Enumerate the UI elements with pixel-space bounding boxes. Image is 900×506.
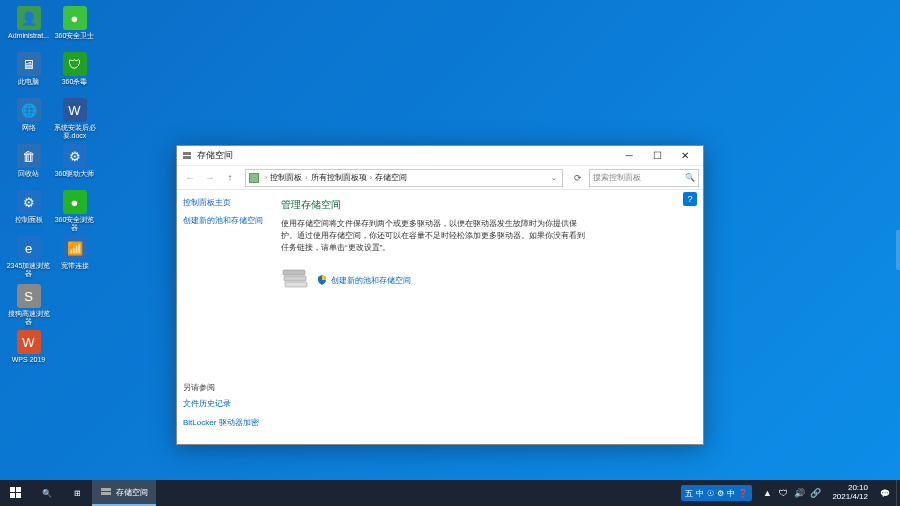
main-content: 管理存储空间 使用存储空间将文件保存到两个或更多驱动器，以便在驱动器发生故障时为… <box>269 190 703 444</box>
svg-rect-6 <box>285 282 307 287</box>
minimize-button[interactable]: ─ <box>615 147 643 165</box>
desktop-icon[interactable]: ⚙控制面板 <box>6 190 51 232</box>
app-icon: S <box>17 284 41 308</box>
tray-icon[interactable]: 🔗 <box>808 486 822 500</box>
date-text: 2021/4/12 <box>832 493 868 502</box>
desktop-icon[interactable]: 🖥此电脑 <box>6 52 51 94</box>
notifications-button[interactable]: 💬 <box>874 480 896 506</box>
app-icon: ● <box>63 190 87 214</box>
desktop-icon[interactable]: 🌐网络 <box>6 98 51 140</box>
search-input[interactable]: 搜索控制面板 🔍 <box>589 169 699 187</box>
desktop-icon[interactable]: 🛡360杀毒 <box>52 52 97 94</box>
action-row: 创建新的池和存储空间 <box>281 268 691 292</box>
breadcrumb-item[interactable]: 所有控制面板项 <box>311 172 367 183</box>
icon-label: Administrat... <box>8 32 49 40</box>
forward-button[interactable]: → <box>201 169 219 187</box>
tray-icon[interactable]: 🛡 <box>776 486 790 500</box>
navigation-bar: ← → ↑ › 控制面板 › 所有控制面板项 › 存储空间 ⌄ ⟳ 搜索控制面板… <box>177 166 703 190</box>
breadcrumb-item[interactable]: 存储空间 <box>375 172 407 183</box>
icon-label: 2345加速浏览器 <box>7 262 51 277</box>
close-button[interactable]: ✕ <box>671 147 699 165</box>
breadcrumb-dropdown[interactable]: ⌄ <box>548 174 560 182</box>
create-pool-link[interactable]: 创建新的池和存储空间 <box>183 216 263 226</box>
icon-label: 网络 <box>22 124 36 132</box>
ime-item[interactable]: ❓ <box>737 489 749 498</box>
ime-item[interactable]: ⚙ <box>716 489 725 498</box>
app-icon: 👤 <box>17 6 41 30</box>
storage-spaces-icon <box>181 150 193 162</box>
desktop-icon[interactable]: e2345加速浏览器 <box>6 236 51 278</box>
icon-label: WPS 2019 <box>12 356 45 364</box>
system-tray: ▲🛡🔊🔗 <box>756 486 826 500</box>
svg-rect-5 <box>284 276 306 281</box>
control-panel-window: 存储空间 ─ ☐ ✕ ← → ↑ › 控制面板 › 所有控制面板项 › 存储空间… <box>176 145 704 445</box>
icon-label: 搜狗高速浏览器 <box>7 310 51 325</box>
svg-rect-10 <box>16 493 21 498</box>
app-icon: W <box>17 330 41 354</box>
breadcrumb[interactable]: › 控制面板 › 所有控制面板项 › 存储空间 ⌄ <box>245 169 563 187</box>
bitlocker-link[interactable]: BitLocker 驱动器加密 <box>183 418 263 428</box>
svg-rect-8 <box>16 487 21 492</box>
show-desktop-button[interactable] <box>896 480 900 506</box>
svg-rect-4 <box>283 270 305 275</box>
file-history-link[interactable]: 文件历史记录 <box>183 399 263 409</box>
description-text: 使用存储空间将文件保存到两个或更多驱动器，以便在驱动器发生故障时为你提供保护。通… <box>281 218 591 254</box>
breadcrumb-item[interactable]: 控制面板 <box>270 172 302 183</box>
control-panel-home-link[interactable]: 控制面板主页 <box>183 198 263 208</box>
icon-label: 此电脑 <box>18 78 39 86</box>
see-also-heading: 另请参阅 <box>183 382 263 393</box>
ime-item[interactable]: ☉ <box>706 489 715 498</box>
desktop-icon[interactable]: S搜狗高速浏览器 <box>6 284 51 326</box>
svg-rect-7 <box>10 487 15 492</box>
desktop-icon[interactable]: WWPS 2019 <box>6 330 51 372</box>
icon-label: 控制面板 <box>15 216 43 224</box>
desktop-icon[interactable]: ●360安全卫士 <box>52 6 97 48</box>
right-edge-tab[interactable] <box>896 230 900 270</box>
clock[interactable]: 20:10 2021/4/12 <box>826 484 874 502</box>
desktop-icon[interactable]: ⚙360驱动大师 <box>52 144 97 186</box>
task-view-button[interactable]: ⊞ <box>62 480 92 506</box>
back-button[interactable]: ← <box>181 169 199 187</box>
uac-shield-icon <box>317 275 327 285</box>
ime-item[interactable]: 五 <box>684 488 694 499</box>
desktop-icon[interactable]: W系统安装后必要.docx <box>52 98 97 140</box>
desktop-icon[interactable]: ●360安全浏览器 <box>52 190 97 232</box>
control-panel-icon <box>248 172 260 184</box>
svg-rect-11 <box>101 488 111 491</box>
app-icon: e <box>17 236 41 260</box>
icon-label: 系统安装后必要.docx <box>53 124 97 139</box>
icon-label: 360安全浏览器 <box>53 216 97 231</box>
svg-rect-3 <box>250 174 258 182</box>
app-icon: ● <box>63 6 87 30</box>
search-placeholder: 搜索控制面板 <box>593 172 641 183</box>
up-button[interactable]: ↑ <box>221 169 239 187</box>
taskbar-app-storage-spaces[interactable]: 存储空间 <box>92 480 156 506</box>
app-icon: 🖥 <box>17 52 41 76</box>
icon-label: 360杀毒 <box>62 78 88 86</box>
maximize-button[interactable]: ☐ <box>643 147 671 165</box>
start-button[interactable] <box>0 480 32 506</box>
svg-rect-1 <box>183 156 191 159</box>
desktop-icon[interactable]: 👤Administrat... <box>6 6 51 48</box>
desktop-icon[interactable]: 📶宽带连接 <box>52 236 97 278</box>
ime-toolbar[interactable]: 五中☉⚙中❓ <box>681 485 752 501</box>
ime-item[interactable]: 中 <box>726 488 736 499</box>
search-button[interactable]: 🔍 <box>32 480 62 506</box>
icon-label: 360安全卫士 <box>55 32 95 40</box>
search-icon: 🔍 <box>685 173 695 182</box>
icon-label: 360驱动大师 <box>55 170 95 178</box>
desktop-icon[interactable]: 🗑回收站 <box>6 144 51 186</box>
icon-label: 回收站 <box>18 170 39 178</box>
tray-icon[interactable]: ▲ <box>760 486 774 500</box>
create-new-pool-action[interactable]: 创建新的池和存储空间 <box>317 275 411 286</box>
ime-item[interactable]: 中 <box>695 488 705 499</box>
svg-rect-9 <box>10 493 15 498</box>
window-body: 控制面板主页 创建新的池和存储空间 另请参阅 文件历史记录 BitLocker … <box>177 190 703 444</box>
help-button[interactable]: ? <box>683 192 697 206</box>
app-icon: 🗑 <box>17 144 41 168</box>
titlebar: 存储空间 ─ ☐ ✕ <box>177 146 703 166</box>
svg-rect-12 <box>101 492 111 495</box>
tray-icon[interactable]: 🔊 <box>792 486 806 500</box>
refresh-button[interactable]: ⟳ <box>569 169 587 187</box>
app-icon: W <box>63 98 87 122</box>
